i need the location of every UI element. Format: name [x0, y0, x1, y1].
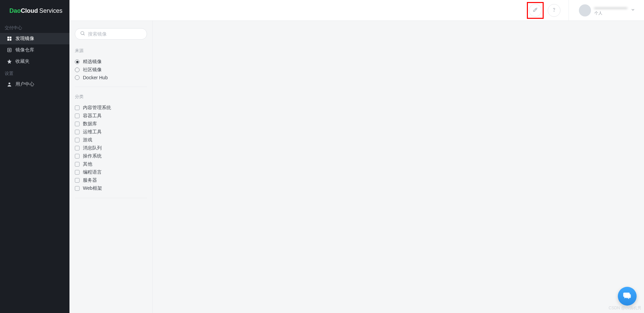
header: ——————— 个人 — [69, 0, 644, 21]
sidebar-item-label: 发现镜像 — [15, 36, 34, 42]
svg-point-7 — [535, 9, 536, 9]
checkbox-icon — [75, 154, 80, 159]
svg-point-8 — [554, 11, 554, 11]
checkbox-icon — [75, 162, 80, 167]
source-option-1[interactable]: 社区镜像 — [75, 66, 147, 74]
sidebar-item-label: 收藏夹 — [15, 58, 30, 64]
category-option-0[interactable]: 内容管理系统 — [75, 104, 147, 112]
category-option-label: 服务器 — [83, 177, 97, 183]
highlight-box — [527, 2, 544, 19]
watermark: CSDN @cv搞机男 — [608, 305, 641, 311]
category-option-6[interactable]: 操作系统 — [75, 152, 147, 160]
category-option-2[interactable]: 数据库 — [75, 120, 147, 128]
category-option-label: 其他 — [83, 161, 92, 167]
category-option-label: 编程语言 — [83, 169, 102, 175]
svg-rect-2 — [7, 39, 9, 41]
chat-fab[interactable] — [618, 287, 637, 306]
chat-icon — [623, 291, 632, 301]
chevron-down-icon — [631, 7, 635, 13]
category-option-7[interactable]: 其他 — [75, 160, 147, 168]
rocket-button[interactable] — [529, 4, 542, 17]
section-header: 交付中心 — [0, 21, 69, 33]
category-option-label: 容器工具 — [83, 113, 102, 119]
filter-title-source: 来源 — [75, 48, 147, 54]
logo[interactable]: DaoCloud Services — [0, 0, 69, 21]
filter-group-source: 来源 精选镜像社区镜像Docker Hub — [75, 48, 147, 87]
question-icon — [551, 7, 557, 14]
category-option-label: 操作系统 — [83, 153, 102, 159]
checkbox-icon — [75, 138, 80, 142]
svg-point-5 — [9, 49, 10, 51]
sidebar-item-0-1[interactable]: 镜像仓库 — [0, 44, 69, 56]
logo-cloud: Cloud — [21, 7, 38, 14]
svg-point-9 — [81, 32, 84, 35]
source-option-label: 社区镜像 — [83, 67, 102, 73]
sidebar-item-label: 用户中心 — [15, 81, 34, 87]
logo-dao: Dao — [9, 7, 21, 14]
category-option-5[interactable]: 消息队列 — [75, 144, 147, 152]
filter-title-category: 分类 — [75, 94, 147, 100]
svg-rect-3 — [10, 39, 11, 41]
section-header: 设置 — [0, 67, 69, 79]
filter-group-category: 分类 内容管理系统容器工具数据库运维工具游戏消息队列操作系统其他编程语言服务器W… — [75, 94, 147, 198]
radio-icon — [75, 68, 80, 72]
help-button[interactable] — [548, 4, 560, 17]
sidebar-item-0-2[interactable]: 收藏夹 — [0, 56, 69, 67]
disk-icon — [7, 47, 12, 53]
filter-panel: 来源 精选镜像社区镜像Docker Hub 分类 内容管理系统容器工具数据库运维… — [69, 21, 153, 313]
category-option-9[interactable]: 服务器 — [75, 176, 147, 184]
main-panel — [153, 21, 644, 313]
category-option-label: 运维工具 — [83, 129, 102, 135]
category-option-label: 内容管理系统 — [83, 105, 111, 111]
category-option-3[interactable]: 运维工具 — [75, 128, 147, 136]
svg-point-6 — [8, 83, 10, 84]
checkbox-icon — [75, 170, 80, 175]
category-option-1[interactable]: 容器工具 — [75, 112, 147, 120]
divider — [568, 0, 569, 21]
category-option-4[interactable]: 游戏 — [75, 136, 147, 144]
search-box[interactable] — [75, 28, 147, 40]
star-icon — [7, 59, 12, 64]
checkbox-icon — [75, 105, 80, 110]
svg-rect-4 — [8, 48, 11, 52]
avatar — [579, 4, 591, 16]
search-icon — [80, 31, 88, 37]
sidebar-item-0-0[interactable]: 发现镜像 — [0, 33, 69, 44]
category-option-label: 数据库 — [83, 121, 97, 127]
radio-icon — [75, 75, 80, 80]
search-input[interactable] — [88, 31, 147, 37]
sidebar: DaoCloud Services 交付中心发现镜像镜像仓库收藏夹设置用户中心 — [0, 0, 69, 313]
category-option-8[interactable]: 编程语言 — [75, 168, 147, 176]
checkbox-icon — [75, 186, 80, 191]
source-option-0[interactable]: 精选镜像 — [75, 58, 147, 66]
user-icon — [7, 82, 12, 87]
svg-rect-1 — [10, 37, 11, 38]
usertype: 个人 — [594, 11, 627, 15]
username: ——————— — [594, 5, 627, 11]
checkbox-icon — [75, 122, 80, 126]
source-option-2[interactable]: Docker Hub — [75, 74, 147, 81]
user-menu[interactable]: ——————— 个人 — [577, 4, 637, 16]
category-option-label: Web框架 — [83, 185, 102, 191]
category-option-label: 游戏 — [83, 137, 92, 143]
logo-services: Services — [39, 7, 62, 14]
sidebar-item-label: 镜像仓库 — [15, 47, 34, 53]
radio-icon — [75, 59, 80, 64]
checkbox-icon — [75, 178, 80, 183]
source-option-label: Docker Hub — [83, 75, 108, 80]
grid-icon — [7, 36, 12, 41]
checkbox-icon — [75, 114, 80, 118]
source-option-label: 精选镜像 — [83, 59, 102, 65]
category-option-10[interactable]: Web框架 — [75, 184, 147, 192]
rocket-icon — [532, 7, 538, 14]
category-option-label: 消息队列 — [83, 145, 102, 151]
svg-rect-0 — [7, 37, 9, 38]
sidebar-item-1-0[interactable]: 用户中心 — [0, 79, 69, 90]
checkbox-icon — [75, 130, 80, 134]
checkbox-icon — [75, 146, 80, 150]
